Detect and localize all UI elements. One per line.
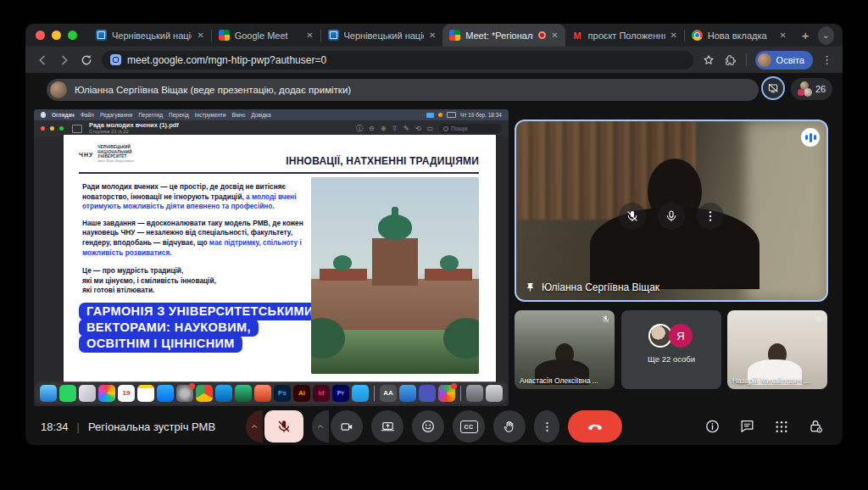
reactions-button[interactable] xyxy=(412,410,444,443)
extensions-icon[interactable] xyxy=(724,53,737,67)
more-options-button[interactable] xyxy=(534,410,559,443)
presenter-avatar xyxy=(50,81,67,98)
tab-close-icon[interactable]: ✕ xyxy=(670,31,677,40)
menu-item[interactable]: Вікно xyxy=(231,112,245,118)
presentation-slash-icon xyxy=(767,82,779,94)
activities-button[interactable] xyxy=(774,419,789,434)
stop-viewing-presentation-button[interactable] xyxy=(761,76,785,100)
tab-new-tab[interactable]: Нова вкладка ✕ xyxy=(685,24,793,47)
tile-more-options-button[interactable] xyxy=(697,203,724,230)
mic-toggle-button[interactable] xyxy=(264,410,303,443)
video-tile-anastasiia[interactable]: Анастасія Олексіївна ... xyxy=(515,310,615,389)
tab-cnu-1[interactable]: Чернівецький націона ✕ xyxy=(89,24,211,47)
dock-app-folder-icon[interactable] xyxy=(438,385,455,402)
dock-app-store-icon[interactable] xyxy=(157,385,174,402)
dock-whatsapp-icon[interactable] xyxy=(59,385,76,402)
screen-share-status-icon[interactable] xyxy=(426,113,434,118)
zoom-window-button[interactable] xyxy=(68,31,77,40)
preview-minimize-button[interactable] xyxy=(50,126,54,131)
more-vertical-icon xyxy=(541,420,554,433)
url-text: meet.google.com/mgn-htip-pwp?authuser=0 xyxy=(127,54,326,66)
rotate-tool-icon[interactable]: ⟲ xyxy=(415,125,421,132)
dock-settings-icon[interactable] xyxy=(176,385,193,402)
dock-trash-icon[interactable] xyxy=(486,385,503,402)
profile-chip[interactable]: Освіта xyxy=(755,51,813,70)
chat-button[interactable] xyxy=(739,419,755,435)
back-icon[interactable] xyxy=(36,53,49,67)
markup-tool-icon[interactable]: ✎ xyxy=(403,125,409,132)
dock-telegram-icon[interactable] xyxy=(352,385,369,402)
present-button[interactable] xyxy=(371,410,403,443)
minimize-window-button[interactable] xyxy=(52,31,61,40)
dock-calendar-icon[interactable]: 19 xyxy=(118,385,135,402)
site-info-icon[interactable] xyxy=(110,54,121,65)
zoom-in-tool-icon[interactable]: ⊕ xyxy=(381,125,387,132)
tab-google-meet[interactable]: Google Meet ✕ xyxy=(212,24,320,47)
preview-close-button[interactable] xyxy=(41,126,45,131)
end-call-button[interactable] xyxy=(568,410,622,443)
video-tile-nazarii[interactable]: Назарій Михайлович ... xyxy=(727,310,827,389)
dock-powerpoint-icon[interactable] xyxy=(254,385,271,402)
tile-mic-off-button[interactable] xyxy=(619,203,646,230)
menubar-clock[interactable]: Чт 19 бер. 18:34 xyxy=(460,112,502,118)
reload-icon[interactable] xyxy=(80,53,93,67)
tab-close-icon[interactable]: ✕ xyxy=(551,31,558,40)
zoom-out-tool-icon[interactable]: ⊖ xyxy=(369,125,375,132)
browser-menu-icon[interactable]: ⋮ xyxy=(821,53,832,66)
dock-photoshop-icon[interactable]: Ps xyxy=(274,385,291,402)
tile-mic-button[interactable] xyxy=(658,203,685,230)
raise-hand-button[interactable] xyxy=(493,410,526,443)
captions-button[interactable] xyxy=(453,410,485,443)
preview-zoom-button[interactable] xyxy=(59,126,64,131)
menubar-app-name[interactable]: Оглядач xyxy=(52,112,75,118)
preview-sidebar-icon[interactable] xyxy=(72,125,82,133)
apple-menu-icon[interactable] xyxy=(41,112,46,118)
menu-item[interactable]: Довідка xyxy=(251,112,270,118)
dock-indesign-icon[interactable]: Id xyxy=(313,385,330,402)
tab-meet-active[interactable]: Meet: *Регіональна ✕ xyxy=(442,24,565,47)
tab-search-chevron-icon[interactable]: ⌄ xyxy=(818,26,834,45)
tab-close-icon[interactable]: ✕ xyxy=(779,31,786,40)
dock-launchpad-icon[interactable] xyxy=(79,385,96,402)
info-tool-icon[interactable]: ⓘ xyxy=(356,124,363,133)
dock-teams-icon[interactable] xyxy=(419,385,436,402)
tab-close-icon[interactable]: ✕ xyxy=(306,31,313,40)
address-bar[interactable]: meet.google.com/mgn-htip-pwp?authuser=0 xyxy=(102,51,693,70)
tab-close-icon[interactable]: ✕ xyxy=(429,31,436,40)
tab-gmail[interactable]: проєкт Положення (п ✕ xyxy=(565,24,684,47)
dock-notes-icon[interactable] xyxy=(137,385,154,402)
menu-item[interactable]: Редагування xyxy=(100,112,132,118)
dock-chrome-icon[interactable] xyxy=(196,385,213,402)
participants-chip[interactable]: 26 xyxy=(791,78,832,100)
recording-status-icon[interactable] xyxy=(438,113,442,117)
dock-displays-icon[interactable] xyxy=(399,385,416,402)
tab-close-icon[interactable]: ✕ xyxy=(197,31,203,40)
main-video-tile[interactable]: Юліанна Сергіївна Віщак xyxy=(515,120,828,302)
menu-item[interactable]: Перехід xyxy=(169,112,189,118)
dock-outlook-icon[interactable] xyxy=(215,385,232,402)
menu-item[interactable]: Файл xyxy=(81,112,94,118)
dock-downloads-icon[interactable] xyxy=(466,385,483,402)
forward-icon[interactable] xyxy=(58,53,71,67)
camera-toggle-button[interactable] xyxy=(331,410,363,443)
mic-options-chevron[interactable] xyxy=(246,410,263,443)
close-window-button[interactable] xyxy=(36,31,45,40)
dock-photos-icon[interactable] xyxy=(98,385,115,402)
bookmark-star-icon[interactable] xyxy=(702,53,715,67)
camera-options-chevron[interactable] xyxy=(312,410,329,443)
menu-item[interactable]: Інструменти xyxy=(195,112,226,118)
preview-search-field[interactable]: Пошук xyxy=(439,124,502,133)
share-tool-icon[interactable]: ⇧ xyxy=(392,125,398,132)
tab-cnu-2[interactable]: Чернівецький націона ✕ xyxy=(321,24,443,47)
dock-illustrator-icon[interactable]: Ai xyxy=(293,385,310,402)
dock-finder-icon[interactable] xyxy=(40,385,57,402)
dock-excel-icon[interactable] xyxy=(235,385,252,402)
highlight-tool-icon[interactable]: ▭ xyxy=(426,125,433,132)
dock-fonts-icon[interactable]: АА xyxy=(380,385,397,402)
meeting-details-button[interactable] xyxy=(704,419,721,435)
dock-premiere-icon[interactable]: Pr xyxy=(332,385,349,402)
menu-item[interactable]: Перегляд xyxy=(138,112,163,118)
new-tab-button[interactable]: + xyxy=(793,28,818,42)
overflow-participants-tile[interactable]: Я Ще 22 особи xyxy=(621,310,721,389)
host-controls-button[interactable] xyxy=(808,419,824,435)
